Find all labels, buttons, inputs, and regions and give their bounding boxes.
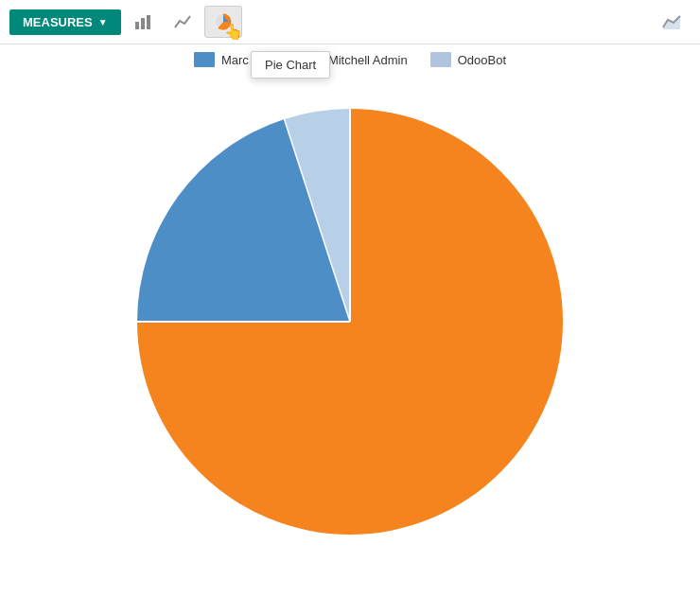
area-chart-icon <box>661 12 682 31</box>
svg-rect-2 <box>147 15 150 29</box>
svg-rect-0 <box>135 22 139 29</box>
pie-chart-svg <box>104 80 596 544</box>
legend-item-odoobot: OdooBot <box>430 52 506 67</box>
legend-color-marc <box>194 52 215 67</box>
bar-chart-icon <box>133 12 152 31</box>
chart-legend: Marc Dem Mitchell Admin OdooBot <box>0 44 700 71</box>
pie-chart-button[interactable]: 👆 <box>204 6 242 38</box>
bar-chart-button[interactable] <box>125 7 161 37</box>
area-chart-button[interactable] <box>653 7 691 37</box>
chevron-down-icon: ▼ <box>98 17 108 27</box>
line-chart-button[interactable] <box>165 7 201 37</box>
chart-area <box>0 71 700 544</box>
pie-chart-icon <box>213 11 234 32</box>
measures-label: MEASURES <box>23 15 93 29</box>
pie-chart-tooltip: Pie Chart <box>251 51 330 79</box>
legend-color-odoobot <box>430 52 451 67</box>
legend-label-mitchell: Mitchell Admin <box>328 53 408 67</box>
measures-button[interactable]: MEASURES ▼ <box>9 9 121 35</box>
tooltip-label: Pie Chart <box>265 58 316 72</box>
toolbar-right <box>653 7 691 37</box>
line-chart-icon <box>173 12 192 31</box>
svg-rect-1 <box>141 18 145 29</box>
toolbar: MEASURES ▼ 👆 <box>0 0 700 44</box>
legend-label-odoobot: OdooBot <box>458 53 506 67</box>
